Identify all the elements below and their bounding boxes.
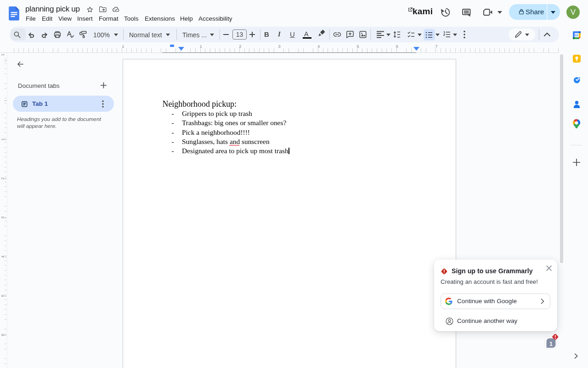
svg-text:31: 31	[575, 33, 578, 37]
svg-text:1: 1	[549, 341, 553, 347]
